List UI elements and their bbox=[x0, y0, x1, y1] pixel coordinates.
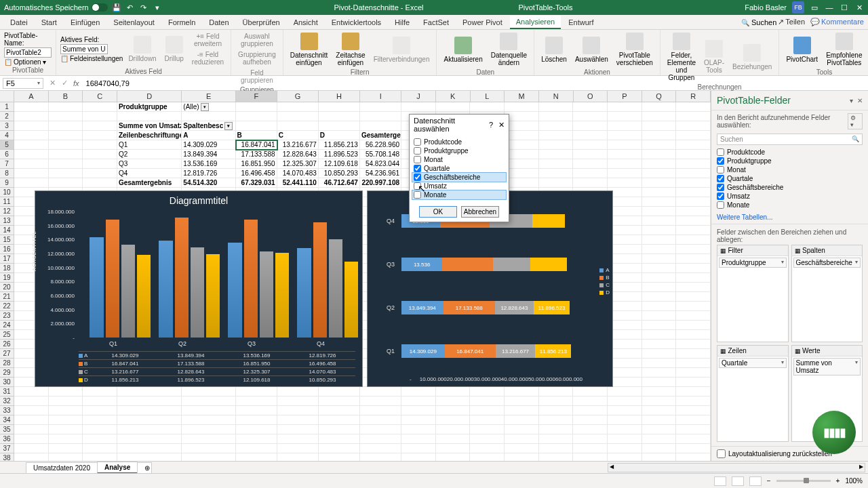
user-name[interactable]: Fabio Basler bbox=[745, 3, 787, 12]
refresh-button[interactable]: Aktualisieren bbox=[441, 35, 485, 64]
slicer-field-option[interactable]: Umsatz bbox=[412, 182, 506, 190]
slicer-field-option[interactable]: Monate bbox=[412, 190, 506, 199]
tab-daten[interactable]: Daten bbox=[203, 16, 235, 28]
field-list-item[interactable]: Monate bbox=[717, 201, 863, 209]
slicer-field-option[interactable]: Produktcode bbox=[412, 138, 506, 146]
pt-options-button[interactable]: 📋 Optionen ▾ bbox=[4, 58, 52, 66]
formula-input[interactable]: 16847040,79 bbox=[82, 79, 868, 87]
select-button[interactable]: Auswählen bbox=[572, 35, 611, 64]
zoom-out-icon[interactable]: − bbox=[767, 477, 771, 485]
tab-datei[interactable]: Datei bbox=[4, 16, 34, 28]
user-avatar[interactable]: FB bbox=[792, 1, 804, 14]
tab-hilfe[interactable]: Hilfe bbox=[389, 16, 416, 28]
sheet-tab[interactable]: Umsatzdaten 2020 bbox=[26, 462, 98, 473]
tell-me-search[interactable]: Suchen bbox=[741, 18, 776, 26]
tab-seitenlayout[interactable]: Seitenlayout bbox=[107, 16, 161, 28]
col-header[interactable]: A bbox=[14, 91, 49, 102]
undo-icon[interactable]: ↶ bbox=[125, 3, 135, 12]
name-box[interactable]: F5 bbox=[3, 78, 43, 89]
col-header[interactable]: I bbox=[360, 91, 401, 102]
col-header[interactable]: E bbox=[182, 91, 235, 102]
tab-ueberpruefen[interactable]: Überprüfen bbox=[237, 16, 286, 28]
ribbon-options-icon[interactable]: ▭ bbox=[810, 3, 819, 12]
col-header[interactable]: D bbox=[117, 91, 182, 102]
select-all-corner[interactable] bbox=[0, 91, 14, 102]
slicer-field-option[interactable]: Produktgruppe bbox=[412, 146, 506, 155]
field-list-item[interactable]: Umsatz bbox=[717, 192, 863, 201]
field-settings-button[interactable]: 📋 Feldeinstellungen bbox=[60, 55, 123, 62]
active-field-input[interactable] bbox=[60, 44, 108, 54]
area-item[interactable]: Quartale bbox=[719, 358, 787, 368]
col-header[interactable]: P bbox=[608, 91, 642, 102]
redo-icon[interactable]: ↷ bbox=[139, 3, 149, 12]
close-icon[interactable]: ✕ bbox=[854, 3, 864, 12]
sheet-tab[interactable]: Analyse bbox=[97, 462, 138, 474]
dialog-close-icon[interactable]: ✕ bbox=[498, 121, 505, 129]
field-list-item[interactable]: Produktgruppe bbox=[717, 157, 863, 165]
dialog-ok-button[interactable]: OK bbox=[419, 206, 457, 218]
tab-analysieren[interactable]: Analysieren bbox=[510, 16, 561, 29]
tab-factset[interactable]: FactSet bbox=[417, 16, 455, 28]
field-list-item[interactable]: Quartale bbox=[717, 174, 863, 183]
tab-powerpivot[interactable]: Power Pivot bbox=[456, 16, 509, 28]
col-header[interactable]: M bbox=[505, 91, 539, 102]
col-header[interactable]: G bbox=[277, 91, 319, 102]
autosave-toggle[interactable]: Automatisches Speichern bbox=[4, 3, 108, 12]
field-search[interactable]: Suchen bbox=[717, 134, 863, 145]
defer-layout-checkbox[interactable] bbox=[717, 449, 726, 458]
save-icon[interactable]: 💾 bbox=[112, 3, 121, 12]
area-rows[interactable]: Zeilen Quartale bbox=[717, 345, 789, 443]
col-header[interactable]: R bbox=[676, 91, 711, 102]
dialog-cancel-button[interactable]: Abbrechen bbox=[461, 206, 499, 218]
pivotchart-button[interactable]: PivotChart bbox=[783, 35, 821, 64]
col-header[interactable]: B bbox=[49, 91, 83, 102]
insert-timeline-button[interactable]: Zeitachse einfügen bbox=[333, 31, 368, 68]
pivot-chart-bar[interactable]: Diagrammtitel 18.000.00016.000.00014.000… bbox=[35, 190, 363, 387]
col-header[interactable]: Q bbox=[642, 91, 677, 102]
pane-close-icon[interactable]: ✕ bbox=[857, 97, 863, 104]
area-columns[interactable]: Spalten Geschäftsbereiche bbox=[791, 245, 863, 342]
add-sheet-button[interactable]: ⊕ bbox=[137, 462, 152, 473]
slicer-field-option[interactable]: Geschäftsbereiche bbox=[412, 173, 506, 182]
field-list-item[interactable]: Monat bbox=[717, 165, 863, 174]
fx-icon[interactable]: fx bbox=[71, 79, 82, 87]
col-header[interactable]: F bbox=[236, 91, 277, 102]
horizontal-scrollbar[interactable] bbox=[608, 463, 865, 472]
zoom-in-icon[interactable]: + bbox=[836, 477, 840, 485]
tab-start[interactable]: Start bbox=[35, 16, 63, 28]
zoom-level[interactable]: 100% bbox=[845, 477, 863, 485]
cancel-formula-icon[interactable]: ✕ bbox=[46, 79, 58, 87]
area-item[interactable]: Geschäftsbereiche bbox=[793, 258, 861, 268]
slicer-field-option[interactable]: Quartale bbox=[412, 164, 506, 173]
minimize-icon[interactable]: — bbox=[825, 3, 834, 12]
tab-formeln[interactable]: Formeln bbox=[162, 16, 201, 28]
view-pagebreak-icon[interactable] bbox=[749, 476, 762, 486]
qat-customize-icon[interactable]: ▾ bbox=[153, 3, 162, 12]
zoom-slider[interactable] bbox=[776, 480, 831, 482]
pane-layout-button[interactable]: ⚙ ▾ bbox=[848, 113, 863, 129]
field-list-item[interactable]: Produktcode bbox=[717, 148, 863, 157]
view-normal-icon[interactable] bbox=[714, 476, 726, 486]
tab-ansicht[interactable]: Ansicht bbox=[288, 16, 324, 28]
change-datasource-button[interactable]: Datenquelle ändern bbox=[488, 31, 530, 68]
pane-dropdown-icon[interactable]: ▾ bbox=[850, 97, 853, 104]
recommended-pt-button[interactable]: Empfohlene PivotTables bbox=[823, 31, 865, 68]
field-list-item[interactable]: Geschäftsbereiche bbox=[717, 183, 863, 192]
fields-items-button[interactable]: Felder, Elemente und Gruppen bbox=[665, 31, 698, 83]
maximize-icon[interactable]: ☐ bbox=[840, 3, 849, 12]
col-header[interactable]: H bbox=[319, 91, 360, 102]
share-button[interactable]: Teilen bbox=[778, 18, 805, 26]
area-item[interactable]: Summe von Umsatz bbox=[793, 358, 861, 375]
tab-entwicklertools[interactable]: Entwicklertools bbox=[326, 16, 387, 28]
clear-button[interactable]: Löschen bbox=[538, 35, 570, 64]
col-header[interactable]: K bbox=[436, 91, 471, 102]
dialog-help-icon[interactable]: ? bbox=[489, 121, 493, 129]
area-item[interactable]: Produktgruppe bbox=[719, 258, 787, 268]
enter-formula-icon[interactable]: ✓ bbox=[58, 79, 71, 87]
tab-entwurf[interactable]: Entwurf bbox=[562, 16, 599, 28]
col-header[interactable]: O bbox=[574, 91, 608, 102]
insert-slicer-button[interactable]: Datenschnitt einfügen bbox=[288, 31, 331, 68]
col-header[interactable]: J bbox=[401, 91, 436, 102]
view-pagelayout-icon[interactable] bbox=[732, 476, 744, 486]
comments-button[interactable]: Kommentare bbox=[810, 18, 864, 26]
